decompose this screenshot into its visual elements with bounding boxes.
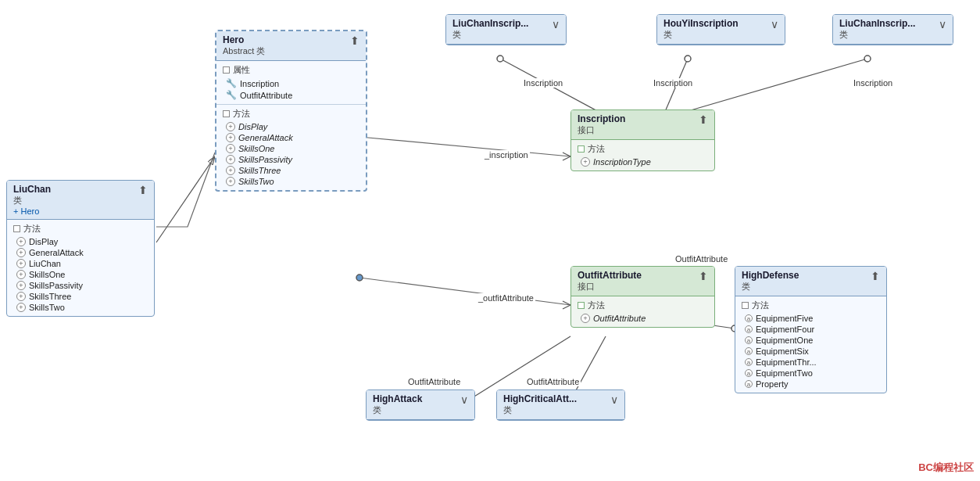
houyi-header: HouYiInscription 类 ∨ xyxy=(657,15,785,45)
hero-methods-icon xyxy=(223,110,230,117)
outfitattr-iface-box: OutfitAttribute 接口 ⬆ 方法 + OutfitAttribut… xyxy=(570,266,715,328)
inscription-connector-label: _inscription xyxy=(483,150,530,160)
circle-small-icon: a xyxy=(745,336,753,344)
hero-title: Hero xyxy=(223,34,350,45)
hero-method-skillspassivity: + SkillsPassivity xyxy=(223,154,359,165)
highcritical-stereotype: 类 xyxy=(503,404,610,416)
inscription-stereotype: 接口 xyxy=(578,124,699,136)
hero-method-skillsone: + SkillsOne xyxy=(223,143,359,154)
liuchan-inscrip2-chevron[interactable]: ∨ xyxy=(939,18,946,31)
liuchan-inscrip1-title: LiuChanInscrip... xyxy=(452,18,552,29)
highdefense-title: HighDefense xyxy=(742,270,871,281)
inscription-methods-section: 方法 + InscriptionType xyxy=(571,140,714,171)
inscription-collapse-icon[interactable]: ⬆ xyxy=(699,113,708,126)
outfitattr-connector-label: _outfitAttribute xyxy=(477,293,535,303)
highattack-box: HighAttack 类 ∨ xyxy=(366,389,475,421)
liuchan-method-skillsthree: + SkillsThree xyxy=(13,291,148,302)
highdefense-method-equipfour: a EquipmentFour xyxy=(742,324,880,335)
liuchan-collapse-icon[interactable]: ⬆ xyxy=(138,184,148,196)
hero-attr-header: 属性 xyxy=(223,63,359,77)
circle-plus-icon: + xyxy=(16,281,26,290)
circle-plus-icon: + xyxy=(16,303,26,312)
houyi-chevron[interactable]: ∨ xyxy=(771,18,778,31)
highdefense-box: HighDefense 类 ⬆ 方法 a EquipmentFive a Equ… xyxy=(735,266,887,393)
liuchan-methods-section: 方法 + DisPlay + GeneralAttack + LiuChan +… xyxy=(7,220,154,316)
circle-plus-icon: + xyxy=(226,144,235,153)
circle-plus-icon: + xyxy=(226,166,235,175)
highdefense-method-equipfive: a EquipmentFive xyxy=(742,313,880,324)
outfitattr-label-highcritical: OutfitAttribute xyxy=(525,377,581,386)
highdefense-method-equipsix: a EquipmentSix xyxy=(742,346,880,357)
outfitattr-header: OutfitAttribute 接口 ⬆ xyxy=(571,267,714,296)
svg-line-0 xyxy=(156,156,215,242)
circle-plus-icon: + xyxy=(16,292,26,301)
hero-attr-icon xyxy=(223,66,230,74)
hero-method-display: + DisPlay xyxy=(223,121,359,132)
circle-plus-icon: + xyxy=(16,259,26,268)
highattack-title: HighAttack xyxy=(373,393,460,404)
outfitattr-title: OutfitAttribute xyxy=(578,270,699,281)
liuchan-inscrip1-stereotype: 类 xyxy=(452,29,552,41)
circle-plus-icon: + xyxy=(226,133,235,142)
inscription-methods-header: 方法 xyxy=(578,142,708,156)
outfitattr-methods-header: 方法 xyxy=(578,298,708,313)
hero-methods-section: 方法 + DisPlay + GeneralAttack + SkillsOne… xyxy=(216,105,366,190)
outfitattr-methods-section: 方法 + OutfitAttribute xyxy=(571,296,714,327)
circle-small-icon: a xyxy=(745,369,753,377)
liuchan-inscrip2-title: LiuChanInscrip... xyxy=(839,18,939,29)
liuchan-method-generalattack: + GeneralAttack xyxy=(13,247,148,258)
circle-plus-icon: + xyxy=(226,177,235,186)
highcritical-chevron[interactable]: ∨ xyxy=(610,393,618,406)
highdefense-method-property: a Property xyxy=(742,379,880,389)
liuchan-method-display: + DisPlay xyxy=(13,236,148,247)
inscription-methods-icon xyxy=(578,145,585,153)
circle-plus-icon: + xyxy=(581,314,590,323)
highcritical-box: HighCriticalAtt... 类 ∨ xyxy=(496,389,625,421)
wrench-icon: 🔧 xyxy=(226,90,237,100)
circle-plus-icon: + xyxy=(16,270,26,279)
liuchan-inscrip2-stereotype: 类 xyxy=(839,29,939,41)
liuchan-methods-header: 方法 xyxy=(13,221,148,236)
liuchan-method-skillstwo: + SkillsTwo xyxy=(13,302,148,313)
hero-header: Hero Abstract 类 ⬆ xyxy=(216,31,366,61)
hero-methods-header: 方法 xyxy=(223,106,359,121)
highdefense-methods-header: 方法 xyxy=(742,298,880,313)
inscription-title: Inscription xyxy=(578,113,699,124)
outfitattr-stereotype: 接口 xyxy=(578,281,699,293)
diagram-canvas: LiuChan 类 + Hero ⬆ 方法 + DisPlay + Genera… xyxy=(0,0,980,481)
highdefense-methods-section: 方法 a EquipmentFive a EquipmentFour a Equ… xyxy=(735,296,886,393)
highdefense-collapse-icon[interactable]: ⬆ xyxy=(871,270,880,282)
hero-method-skillstwo: + SkillsTwo xyxy=(223,176,359,187)
highcritical-header: HighCriticalAtt... 类 ∨ xyxy=(497,390,624,420)
liuchan-inscrip2-header: LiuChanInscrip... 类 ∨ xyxy=(833,15,953,45)
outfitattr-collapse-icon[interactable]: ⬆ xyxy=(699,270,708,282)
highattack-stereotype: 类 xyxy=(373,404,460,416)
hero-method-generalattack: + GeneralAttack xyxy=(223,132,359,143)
highdefense-method-equiptwo: a EquipmentTwo xyxy=(742,368,880,379)
highdefense-methods-icon xyxy=(742,302,749,309)
inscription-label-3: Inscription xyxy=(852,78,894,88)
highattack-header: HighAttack 类 ∨ xyxy=(367,390,474,420)
hero-attributes-section: 属性 🔧 Inscription 🔧 OutfitAttribute xyxy=(216,61,366,105)
inscription-label-1: Inscription xyxy=(522,78,564,88)
highdefense-stereotype: 类 xyxy=(742,281,871,293)
liuchan-extend: + Hero xyxy=(13,206,138,216)
outfitattr-methods-icon xyxy=(578,302,585,309)
highdefense-method-equipone: a EquipmentOne xyxy=(742,335,880,346)
highcritical-title: HighCriticalAtt... xyxy=(503,393,610,404)
svg-point-10 xyxy=(864,56,871,62)
hero-attr-inscription: 🔧 Inscription xyxy=(223,77,359,89)
houyi-inscrip-box: HouYiInscription 类 ∨ xyxy=(656,14,785,45)
highattack-chevron[interactable]: ∨ xyxy=(460,393,468,406)
circle-small-icon: a xyxy=(745,347,753,355)
liuchan-inscrip1-chevron[interactable]: ∨ xyxy=(552,18,560,31)
inscription-header: Inscription 接口 ⬆ xyxy=(571,110,714,140)
circle-plus-icon: + xyxy=(226,122,235,131)
circle-plus-icon: + xyxy=(581,157,590,167)
houyi-stereotype: 类 xyxy=(663,29,771,41)
liuchan-method-liuchan: + LiuChan xyxy=(13,258,148,269)
hero-box: Hero Abstract 类 ⬆ 属性 🔧 Inscription 🔧 Out… xyxy=(215,30,367,192)
hero-collapse-icon[interactable]: ⬆ xyxy=(350,34,359,47)
liuchan-inscrip2-box: LiuChanInscrip... 类 ∨ xyxy=(832,14,953,45)
circle-small-icon: a xyxy=(745,314,753,322)
